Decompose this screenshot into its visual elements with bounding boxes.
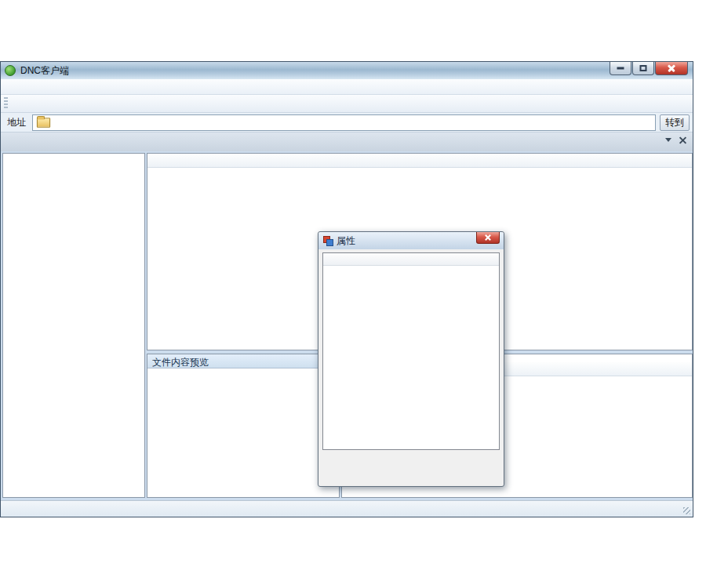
app-window: DNC客户端 地址 转到: [0, 61, 693, 517]
view-tabstrip: [1, 132, 693, 151]
properties-dialog: 属性: [318, 231, 504, 487]
resize-grip[interactable]: [683, 507, 690, 514]
dialog-title: 属性: [337, 234, 355, 248]
file-preview-panel: 文件内容预览: [147, 354, 340, 498]
minimize-button[interactable]: [610, 62, 631, 75]
window-title: DNC客户端: [20, 64, 69, 78]
preview-title: 文件内容预览: [147, 354, 339, 368]
app-icon: [5, 65, 16, 76]
address-label: 地址: [4, 116, 32, 129]
close-button[interactable]: [655, 62, 688, 75]
toolbar: [1, 95, 693, 113]
server-tree-panel: [2, 153, 145, 498]
maximize-button[interactable]: [632, 62, 654, 75]
dialog-close-button[interactable]: [476, 232, 500, 244]
panel-menu-icon[interactable]: [665, 138, 671, 142]
title-bar[interactable]: DNC客户端: [1, 62, 693, 79]
properties-icon: [323, 236, 333, 245]
menu-bar: [1, 79, 693, 95]
version-list: [322, 252, 500, 450]
toolbar-grip[interactable]: [4, 97, 8, 110]
breadcrumb: [32, 114, 656, 131]
go-button[interactable]: 转到: [660, 114, 690, 131]
dialog-title-bar[interactable]: 属性: [318, 232, 504, 249]
screenshot-canvas: DNC客户端 地址 转到: [0, 0, 706, 588]
status-bar: [1, 500, 693, 517]
folder-icon: [37, 118, 50, 128]
version-list-header[interactable]: [323, 253, 499, 266]
file-list-header[interactable]: [147, 154, 692, 168]
panel-close-icon[interactable]: [679, 136, 686, 143]
main-area: 文件内容预览 属性: [1, 151, 693, 500]
address-bar: 地址 转到: [1, 113, 693, 132]
